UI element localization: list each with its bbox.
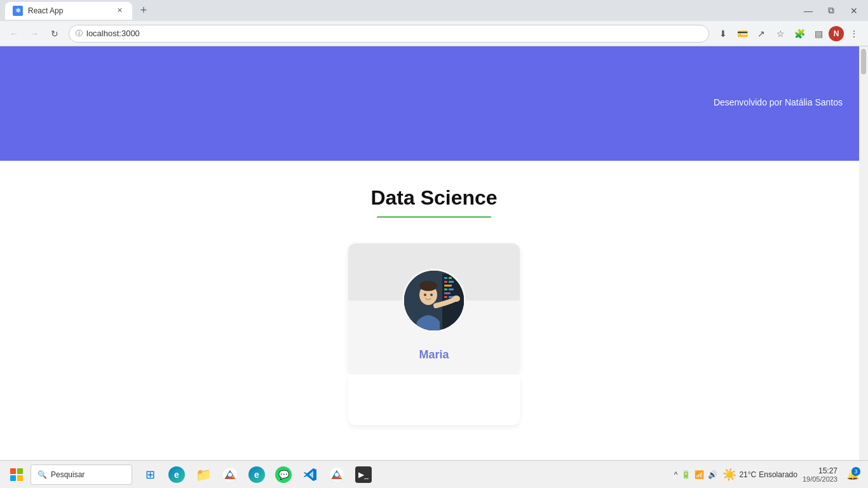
svg-rect-7 [444,288,447,290]
address-bar[interactable]: ⓘ localhost:3000 [69,25,709,43]
section-title: Data Science [370,186,497,210]
taskbar-app-chrome[interactable] [217,462,243,487]
scrollbar[interactable] [859,46,868,460]
title-underline [377,216,491,218]
edge2-icon: e [248,466,265,483]
whatsapp-icon: 💬 [275,466,292,483]
svg-point-13 [452,295,460,302]
svg-rect-6 [444,285,452,287]
card-container: Maria [348,243,520,374]
avatar [402,269,466,332]
taskview-icon: ⊞ [142,466,158,483]
svg-rect-4 [444,281,447,283]
date-display: 19/05/2023 [803,475,837,483]
toolbar-actions: ⬇ 💳 ↗ ☆ 🧩 ▤ N ⋮ [714,25,863,43]
system-tray-icons: ^ 🔋 📶 🔊 [674,470,718,479]
share-icon[interactable]: ↗ [752,25,770,43]
browser-chrome: ⚛ React App ✕ + — ⧉ ✕ ← → ↻ ⓘ localhost:… [0,0,868,46]
svg-point-23 [335,473,339,477]
time-display: 15:27 [803,466,837,475]
profile-card[interactable]: Maria [348,243,520,374]
datetime-widget[interactable]: 15:27 19/05/2023 [803,466,837,483]
favorite-icon[interactable]: ☆ [771,25,789,43]
browser-titlebar: ⚛ React App ✕ + — ⧉ ✕ [0,0,868,21]
taskbar-app-whatsapp[interactable]: 💬 [271,462,296,487]
main-section: Data Science [0,161,868,400]
start-button[interactable] [5,463,28,486]
restore-button[interactable]: ⧉ [822,2,840,20]
svg-rect-5 [449,281,454,283]
window-controls: — ⧉ ✕ [799,2,863,20]
card-image-area [348,243,520,301]
svg-point-15 [424,294,426,296]
chrome2-icon [329,466,345,483]
tray-chevron-icon[interactable]: ^ [674,470,678,479]
avatar-image [404,271,464,330]
tab-favicon-icon: ⚛ [13,6,23,16]
profile-avatar[interactable]: N [829,26,844,41]
vscode-icon [302,466,318,483]
weather-condition: Ensolarado [759,470,797,479]
back-button[interactable]: ← [5,25,23,43]
edge-icon: e [168,466,185,483]
card-name-area: Maria [406,342,461,362]
weather-widget[interactable]: ☀️ 21°C Ensolarado [722,468,797,482]
taskbar-search-text: Pesquisar [51,470,85,479]
minimize-button[interactable]: — [799,2,817,20]
tab-close-button[interactable]: ✕ [114,6,125,16]
notification-button[interactable]: 🔔 3 [843,464,863,485]
menu-icon[interactable]: ⋮ [845,25,863,43]
taskbar-search[interactable]: 🔍 Pesquisar [31,464,132,485]
page-content: Desenvolvido por Natália Santos Data Sci… [0,46,868,428]
developer-credit-text: Desenvolvido por Natália Santos [714,97,843,107]
file-explorer-icon: 📁 [195,466,212,483]
extension-icon[interactable]: 🧩 [790,25,808,43]
taskbar-right: ^ 🔋 📶 🔊 ☀️ 21°C Ensolarado 15:27 19/05/2… [674,464,863,485]
chrome-icon [222,466,238,483]
svg-point-14 [419,281,437,291]
windows-logo-icon [10,468,23,481]
svg-point-20 [228,473,232,477]
card-name-text: Maria [419,348,449,361]
tray-sound-icon[interactable]: 🔊 [708,470,717,479]
taskbar-app-edge[interactable]: e [164,462,189,487]
taskbar-app-taskview[interactable]: ⊞ [137,462,163,487]
tab-title: React App [28,6,109,15]
notification-count-badge: 3 [851,467,860,476]
svg-rect-3 [449,277,452,279]
tray-network-icon[interactable]: 📶 [695,470,704,479]
forward-button[interactable]: → [25,25,43,43]
taskbar: 🔍 Pesquisar ⊞ e 📁 [0,460,868,488]
browser-toolbar: ← → ↻ ⓘ localhost:3000 ⬇ 💳 ↗ ☆ 🧩 ▤ N ⋮ [0,21,868,46]
browser-tab[interactable]: ⚛ React App ✕ [5,2,132,20]
download-icon[interactable]: ⬇ [714,25,732,43]
address-url-text: localhost:3000 [86,29,140,38]
svg-rect-2 [444,277,447,279]
weather-temp: 21°C [739,470,756,479]
taskbar-app-chrome2[interactable] [324,462,349,487]
taskbar-apps: ⊞ e 📁 e [137,462,376,487]
card-white-extension [348,374,520,425]
svg-rect-10 [444,296,447,298]
reload-button[interactable]: ↻ [46,25,64,43]
terminal-icon: ▶_ [355,466,372,483]
close-window-button[interactable]: ✕ [845,2,863,20]
address-lock-icon: ⓘ [76,29,83,38]
scrollbar-thumb[interactable] [861,49,866,74]
taskbar-app-vscode[interactable] [297,462,323,487]
taskbar-app-terminal[interactable]: ▶_ [351,462,376,487]
new-tab-button[interactable]: + [135,2,153,20]
taskbar-app-edge2[interactable]: e [244,462,269,487]
sidebar-icon[interactable]: ▤ [810,25,827,43]
header-banner: Desenvolvido por Natália Santos [0,46,868,161]
svg-point-16 [430,294,433,296]
taskbar-app-fileexplorer[interactable]: 📁 [191,462,216,487]
taskbar-search-icon: 🔍 [37,470,47,479]
browser-wallet-icon[interactable]: 💳 [733,25,751,43]
weather-sun-icon: ☀️ [722,468,736,482]
svg-rect-8 [449,288,454,290]
svg-rect-9 [444,292,451,294]
tray-battery-icon[interactable]: 🔋 [681,470,691,479]
